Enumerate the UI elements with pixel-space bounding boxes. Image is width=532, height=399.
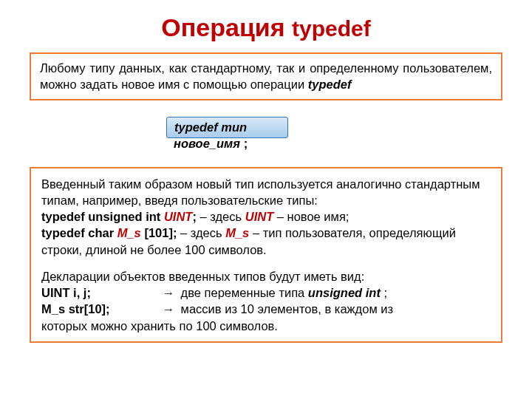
syntax-semi: ; [240, 137, 248, 150]
syntax-block: typedef тип новое_имя ; [166, 117, 502, 152]
syntax-badge: typedef тип [166, 117, 288, 138]
intro-keyword: typedef [308, 78, 352, 91]
title-code: typedef [292, 16, 371, 41]
syntax-type: тип [218, 120, 247, 134]
details-intro: Введенный таким образом новый тип исполь… [41, 176, 491, 209]
syntax-keyword: typedef [174, 120, 218, 134]
intro-box: Любому типу данных, как стандартному, та… [30, 52, 502, 100]
decl-ms-line2: которых можно хранить по 100 символов. [41, 318, 491, 334]
declarations-intro: Декларации объектов введенных типов буду… [41, 268, 491, 284]
typedef-uint-line: typedef unsigned int UINT; – здесь UINT … [41, 208, 491, 225]
details-box: Введенный таким образом новый тип исполь… [30, 167, 502, 343]
decl-ms-line: M_s str[10];→ массив из 10 элементов, в … [41, 301, 491, 317]
decl-uint-line: UINT i, j;→ две переменные типа unsigned… [41, 284, 491, 301]
syntax-name: новое_имя [174, 137, 240, 150]
title-text: Операция [161, 13, 292, 41]
arrow-icon: → [160, 284, 177, 301]
typedef-ms-line: typedef char M_s [101]; – здесь M_s – ти… [41, 225, 491, 258]
syntax-name-line: новое_имя ; [174, 137, 502, 151]
page-title: Операция typedef [30, 13, 502, 42]
slide: Операция typedef Любому типу данных, как… [0, 0, 532, 374]
arrow-icon: → [160, 301, 177, 317]
intro-text: Любому типу данных, как стандартному, та… [40, 61, 492, 91]
